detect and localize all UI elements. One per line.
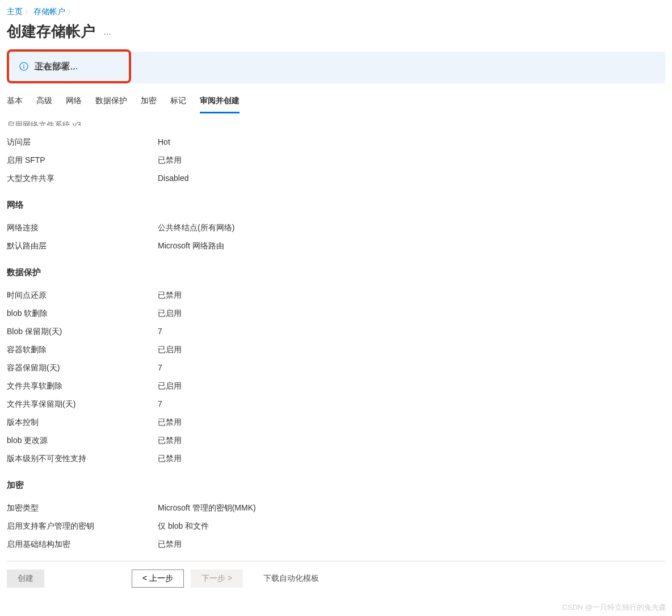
- value-versioning: 已禁用: [158, 417, 182, 428]
- row-file-soft-delete: 文件共享软删除 已启用: [7, 381, 665, 391]
- tab-networking[interactable]: 网络: [66, 91, 82, 113]
- label-container-retention: 容器保留期(天): [7, 363, 158, 373]
- tab-review[interactable]: 审阅并创建: [200, 91, 240, 113]
- row-sftp: 启用 SFTP 已禁用: [7, 155, 665, 166]
- prev-button[interactable]: < 上一步: [132, 569, 184, 588]
- section-networking: 网络: [7, 200, 665, 210]
- row-blob-retention: Blob 保留期(天) 7: [7, 327, 665, 337]
- label-routing: 默认路由层: [7, 241, 158, 251]
- value-container-retention: 7: [158, 363, 162, 373]
- value-file-soft-delete: 已启用: [158, 381, 182, 391]
- tab-basic[interactable]: 基本: [7, 91, 23, 113]
- row-file-retention: 文件共享保留期(天) 7: [7, 399, 665, 410]
- row-connectivity: 网络连接 公共终结点(所有网络): [7, 223, 665, 233]
- tab-advanced[interactable]: 高级: [36, 91, 52, 113]
- chevron-right-icon: 〉: [68, 8, 74, 16]
- row-encryption-type: 加密类型 Microsoft 管理的密钥(MMK): [7, 503, 665, 513]
- label-large-file-share: 大型文件共享: [7, 174, 158, 184]
- row-large-file-share: 大型文件共享 Disabled: [7, 174, 665, 184]
- row-pitr: 时间点还原 已禁用: [7, 290, 665, 301]
- breadcrumb-storage[interactable]: 存储帐户: [33, 7, 65, 17]
- value-access-tier: Hot: [158, 137, 170, 147]
- value-infra-encryption: 已禁用: [158, 539, 182, 550]
- label-cmk-support: 启用支持客户管理的密钥: [7, 521, 158, 531]
- label-change-feed: blob 更改源: [7, 436, 158, 446]
- download-template-link[interactable]: 下载自动化模板: [263, 573, 319, 584]
- value-file-retention: 7: [158, 399, 162, 410]
- deploying-banner: 正在部署...: [7, 52, 665, 83]
- tabs: 基本 高级 网络 数据保护 加密 标记 审阅并创建: [7, 91, 665, 113]
- label-connectivity: 网络连接: [7, 223, 158, 233]
- row-routing: 默认路由层 Microsoft 网络路由: [7, 241, 665, 251]
- value-large-file-share: Disabled: [158, 174, 188, 184]
- more-actions[interactable]: …: [103, 27, 112, 36]
- label-container-soft-delete: 容器软删除: [7, 345, 158, 355]
- value-immutability: 已禁用: [158, 454, 182, 464]
- value-pitr: 已禁用: [158, 290, 182, 301]
- label-encryption-type: 加密类型: [7, 503, 158, 513]
- tab-tags[interactable]: 标记: [170, 91, 186, 113]
- breadcrumb-home[interactable]: 主页: [7, 7, 23, 17]
- row-infra-encryption: 启用基础结构加密 已禁用: [7, 539, 665, 550]
- row-versioning: 版本控制 已禁用: [7, 417, 665, 428]
- create-button: 创建: [7, 569, 44, 588]
- row-container-soft-delete: 容器软删除 已启用: [7, 345, 665, 355]
- section-data-protection: 数据保护: [7, 267, 665, 278]
- value-cmk-support: 仅 blob 和文件: [158, 521, 209, 531]
- row-access-tier: 访问层 Hot: [7, 137, 665, 147]
- label-blob-retention: Blob 保留期(天): [7, 327, 158, 337]
- banner-text: 正在部署...: [36, 62, 75, 73]
- row-cmk-support: 启用支持客户管理的密钥 仅 blob 和文件: [7, 521, 665, 531]
- label-sftp: 启用 SFTP: [7, 155, 158, 166]
- row-blob-soft-delete: blob 软删除 已启用: [7, 309, 665, 319]
- value-blob-retention: 7: [158, 327, 162, 337]
- label-access-tier: 访问层: [7, 137, 158, 147]
- value-routing: Microsoft 网络路由: [158, 241, 224, 251]
- value-change-feed: 已禁用: [158, 436, 182, 446]
- label-versioning: 版本控制: [7, 417, 158, 428]
- value-connectivity: 公共终结点(所有网络): [158, 223, 234, 233]
- tab-data-protection[interactable]: 数据保护: [95, 91, 127, 113]
- value-sftp: 已禁用: [158, 155, 182, 166]
- row-container-retention: 容器保留期(天) 7: [7, 363, 665, 373]
- tab-encryption[interactable]: 加密: [141, 91, 157, 113]
- chevron-right-icon: 〉: [25, 8, 31, 16]
- value-blob-soft-delete: 已启用: [158, 309, 182, 319]
- label-immutability: 版本级别不可变性支持: [7, 454, 158, 464]
- clipped-row-label: 启用网络文件系统 v3: [7, 120, 665, 126]
- label-infra-encryption: 启用基础结构加密: [7, 539, 158, 550]
- wizard-footer: 创建 < 上一步 下一步 > 下载自动化模板: [7, 569, 665, 597]
- value-container-soft-delete: 已启用: [158, 345, 182, 355]
- value-encryption-type: Microsoft 管理的密钥(MMK): [158, 503, 256, 513]
- row-change-feed: blob 更改源 已禁用: [7, 436, 665, 446]
- footer-divider: [7, 561, 665, 562]
- page-title: 创建存储帐户: [7, 22, 95, 41]
- label-blob-soft-delete: blob 软删除: [7, 309, 158, 319]
- label-pitr: 时间点还原: [7, 290, 158, 301]
- label-file-retention: 文件共享保留期(天): [7, 399, 158, 410]
- row-immutability: 版本级别不可变性支持 已禁用: [7, 454, 665, 464]
- section-encryption: 加密: [7, 480, 665, 491]
- breadcrumb: 主页 〉 存储帐户 〉: [7, 7, 665, 17]
- label-file-soft-delete: 文件共享软删除: [7, 381, 158, 391]
- next-button: 下一步 >: [191, 569, 243, 588]
